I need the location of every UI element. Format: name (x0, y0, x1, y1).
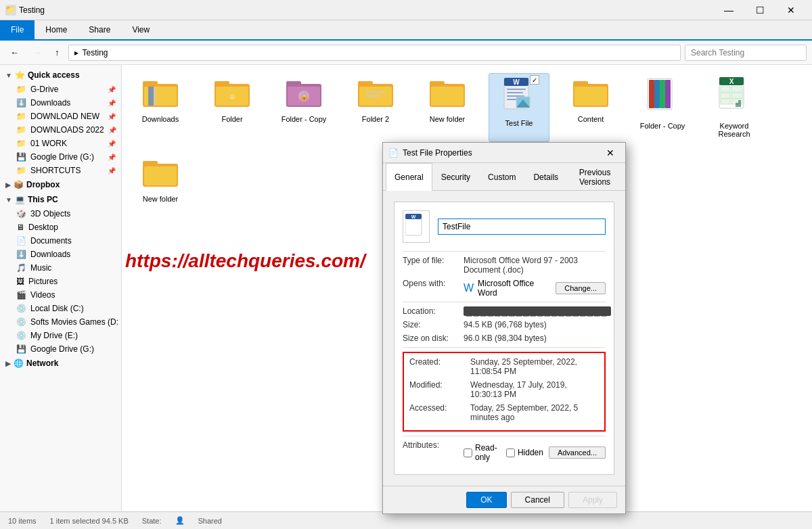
file-item-downloads[interactable]: Downloads (130, 73, 191, 142)
tab-view[interactable]: View (121, 20, 160, 39)
title-bar-icons: 📁 Testing (5, 5, 45, 16)
file-item-folder2[interactable]: Folder 2 (345, 73, 406, 142)
sidebar-item-videos[interactable]: 🎬 Videos (0, 288, 121, 302)
folder-icon: 📁 (16, 166, 26, 175)
opens-with-value: Microsoft Office Word (478, 279, 551, 298)
tab-home[interactable]: Home (35, 20, 78, 39)
file-item-folder[interactable]: ≡ Folder (202, 73, 263, 142)
advanced-button[interactable]: Advanced... (549, 446, 606, 459)
tab-previous-versions[interactable]: Previous Versions (567, 163, 623, 191)
sidebar-section-this-pc[interactable]: ▼ 💻 This PC (0, 192, 121, 207)
tab-custom[interactable]: Custom (479, 163, 524, 191)
sidebar-item-downloads-pc[interactable]: ⬇️ Downloads (0, 248, 121, 261)
sidebar-item-local-disk-c[interactable]: 💿 Local Disk (C:) (0, 302, 121, 315)
ok-button[interactable]: OK (466, 492, 506, 508)
sidebar-item-gdrive[interactable]: 📁 G-Drive 📌 (0, 83, 121, 96)
back-button[interactable]: ← (5, 45, 24, 60)
file-label: Folder 2 (362, 115, 389, 123)
readonly-checkbox[interactable] (464, 448, 472, 457)
sidebar-item-desktop[interactable]: 🖥 Desktop (0, 221, 121, 234)
svg-rect-4 (154, 87, 156, 106)
pin-icon: 📌 (108, 99, 116, 107)
sidebar-item-label: Documents (30, 236, 72, 246)
sidebar-item-label: Videos (30, 290, 55, 300)
accessed-value: Today, 25 September, 2022, 5 minutes ago (470, 403, 599, 422)
change-button[interactable]: Change... (556, 282, 606, 294)
sidebar-item-label: Google Drive (G:) (30, 152, 94, 162)
dropbox-label: Dropbox (26, 180, 60, 189)
music-icon: 🎵 (16, 263, 26, 273)
tab-share[interactable]: Share (78, 20, 121, 39)
dialog-content: W Type of file: Microsoft Office Word 97… (394, 202, 614, 475)
search-input[interactable] (685, 45, 807, 61)
size-on-disk-label: Size on disk: (403, 334, 464, 343)
file-item-test-file[interactable]: W ✓ Test File (489, 73, 549, 142)
tab-details[interactable]: Details (524, 163, 567, 191)
network-icon: 🌐 (14, 359, 24, 368)
drive-icon: 💾 (16, 152, 26, 162)
dialog-title-text: Test File Properties (403, 148, 597, 158)
file-item-new-folder2[interactable]: New folder (130, 153, 191, 207)
filename-input[interactable] (438, 218, 606, 235)
up-button[interactable]: ↑ (50, 45, 64, 60)
disk-icon: 💿 (16, 317, 26, 327)
file-label: Folder - Copy (281, 115, 327, 123)
maximize-button[interactable]: ☐ (744, 0, 775, 20)
sidebar-section-dropbox[interactable]: ▶ 📦 Dropbox (0, 177, 121, 192)
tab-file[interactable]: File (0, 20, 35, 39)
pin-icon: 📌 (108, 167, 116, 175)
attributes-label: Attributes: (403, 440, 464, 450)
pin-icon: 📌 (108, 140, 116, 147)
sidebar-item-download-new[interactable]: 📁 DOWNLOAD NEW 📌 (0, 110, 121, 123)
close-button[interactable]: ✕ (775, 0, 807, 20)
sidebar-section-network[interactable]: ▶ 🌐 Network (0, 356, 121, 371)
path-separator: ▸ (74, 48, 78, 58)
apply-button[interactable]: Apply (568, 492, 617, 508)
forward-button[interactable]: → (28, 45, 46, 60)
docs-icon: 📄 (16, 236, 26, 246)
hidden-checkbox[interactable] (506, 448, 515, 457)
divider (403, 347, 606, 348)
sidebar-item-downloads[interactable]: ⬇️ Downloads 📌 (0, 96, 121, 110)
file-item-folder-copy[interactable]: 🔒 Folder - Copy (273, 73, 334, 142)
cancel-button[interactable]: Cancel (511, 492, 564, 508)
file-item-content[interactable]: Content (560, 73, 621, 142)
sidebar-item-label: Google Drive (G:) (30, 344, 94, 354)
sidebar: ▼ ⭐ Quick access 📁 G-Drive 📌 ⬇️ Download… (0, 65, 122, 511)
sidebar-item-shortcuts[interactable]: 📁 SHORTCUTS 📌 (0, 164, 121, 177)
sidebar-item-pictures[interactable]: 🖼 Pictures (0, 275, 121, 288)
state-label: State: (142, 517, 162, 525)
star-icon: ⭐ (15, 70, 25, 80)
hidden-label: Hidden (518, 448, 543, 457)
created-value: Sunday, 25 September, 2022, 11:08:54 PM (470, 357, 599, 376)
minimize-button[interactable]: — (713, 0, 744, 20)
dialog-close-button[interactable]: ✕ (601, 145, 620, 161)
tab-security[interactable]: Security (432, 163, 479, 191)
sidebar-item-music[interactable]: 🎵 Music (0, 261, 121, 275)
selected-info: 1 item selected 94.5 KB (50, 517, 129, 525)
sidebar-item-google-drive-g2[interactable]: 💾 Google Drive (G:) (0, 342, 121, 356)
sidebar-item-google-drive-g[interactable]: 💾 Google Drive (G:) 📌 (0, 150, 121, 164)
address-path[interactable]: ▸ Testing (68, 45, 681, 61)
file-item-folder-copy2[interactable]: Folder - Copy (632, 73, 693, 142)
sidebar-item-documents[interactable]: 📄 Documents (0, 234, 121, 248)
prop-row-modified: Modified: Wednesday, 17 July, 2019, 10:3… (409, 380, 599, 399)
file-item-keyword-research[interactable]: X Keyword Research (704, 73, 765, 142)
hidden-checkbox-label[interactable]: Hidden (506, 448, 543, 457)
path-text: Testing (83, 48, 108, 58)
sidebar-item-label: Softs Movies Games (D: (30, 317, 118, 327)
sidebar-item-01work[interactable]: 📁 01 WORK 📌 (0, 137, 121, 150)
file-label: Folder - Copy (640, 122, 685, 130)
sidebar-item-label: My Drive (E:) (30, 331, 78, 340)
file-label: New folder (143, 195, 179, 203)
file-item-new-folder[interactable]: New folder (417, 73, 478, 142)
sidebar-item-my-drive-e[interactable]: 💿 My Drive (E:) (0, 329, 121, 342)
sidebar-item-downloads-2022[interactable]: 📁 DOWNLOADS 2022 📌 (0, 123, 121, 137)
sidebar-section-quick-access[interactable]: ▼ ⭐ Quick access (0, 68, 121, 83)
shared-icon: 👤 (175, 516, 185, 525)
divider (403, 436, 606, 436)
readonly-checkbox-label[interactable]: Read-only (464, 443, 501, 462)
tab-general[interactable]: General (386, 163, 432, 191)
sidebar-item-softs-d[interactable]: 💿 Softs Movies Games (D: (0, 315, 121, 329)
sidebar-item-3d-objects[interactable]: 🎲 3D Objects (0, 207, 121, 221)
